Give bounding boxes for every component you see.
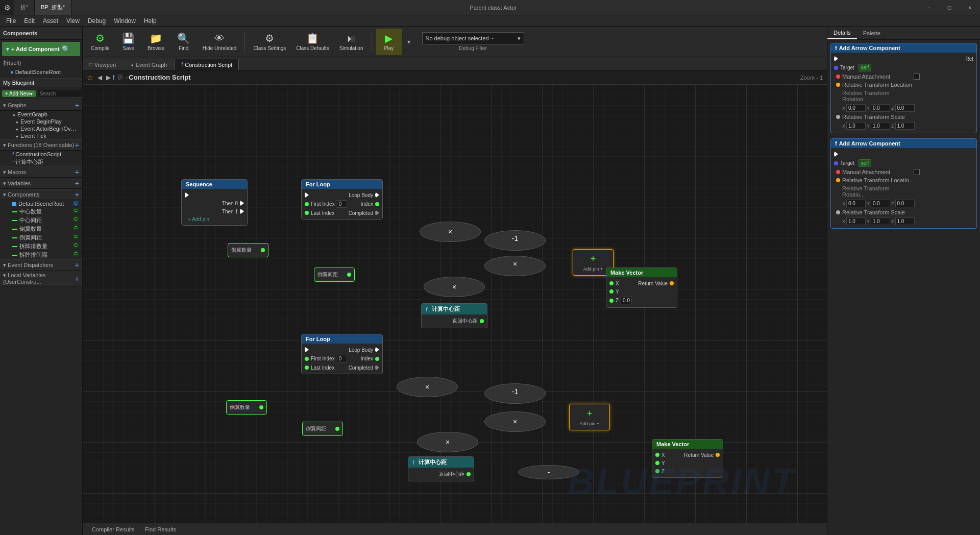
find-button[interactable]: 🔍 Find [171,29,197,55]
add-dispatcher-button[interactable]: + [75,261,79,269]
construction-script-tab[interactable]: f Construction Script [175,59,239,70]
daoshu-shuliang-1-node[interactable]: 倒翼数量 [228,243,268,257]
event-actor-begin-overlap-item[interactable]: ⬥ Event ActorBeginOverlap [0,125,82,132]
tab-fold[interactable]: 折* [14,0,35,15]
class-settings-button[interactable]: ⚙ Class Settings [249,29,290,55]
var-chazhen-shuliang[interactable]: 拆阵排数量 C [0,242,82,251]
simulation-button[interactable]: ⏯ Simulation [335,29,368,55]
play-options-button[interactable]: ▾ [404,38,414,45]
tab-bp-fold[interactable]: BP_折型* [35,0,71,15]
minus-2-node[interactable]: × [484,256,546,276]
add-pin-2-btn[interactable]: + [573,406,606,421]
for-loop-1-node[interactable]: For Loop Loop Body [301,179,383,220]
calc-center-1-node[interactable]: f 计算中心距 返回中心距 [421,303,487,328]
right-add-arrow-2[interactable]: f Add Arrow Component Target self [830,138,977,229]
daojian-1-node[interactable]: 倒翼间距 [314,268,355,282]
minus-bottom-node[interactable]: - [518,465,579,479]
calc-center-item[interactable]: f 计算中心距 [0,158,82,166]
play-button[interactable]: ▶ Play [376,29,402,55]
daoshu-shuliang-2-node[interactable]: 倒翼数量 [226,400,267,415]
save-button[interactable]: 💾 Save [116,29,141,55]
event-graph-item[interactable]: ⬥ EventGraph [0,111,82,118]
manual-attachment-1-checkbox[interactable] [914,74,920,80]
right-arrow-1-rot-z[interactable] [895,104,915,112]
add-pin-2-node[interactable]: + Add pin + [569,404,610,430]
add-component-button[interactable]: ▾ + Add Component 🔍 [2,42,80,56]
forward-button[interactable]: ▶ [104,73,113,82]
add-graph-button[interactable]: + [75,101,79,109]
viewport-tab[interactable]: □ Viewport [83,59,123,70]
menu-edit[interactable]: Edit [20,15,39,26]
sequence-node[interactable]: Sequence Then 0 [181,179,248,226]
right-arrow-2-rot-x[interactable] [846,200,866,207]
right-arrow-2-rot-z[interactable] [895,200,915,207]
make-vector-2-node[interactable]: Make Vector X Return Value [652,439,723,478]
menu-debug[interactable]: Debug [84,15,110,26]
default-scene-root-var[interactable]: DefaultSceneRoot C [0,200,82,207]
minus-4-node[interactable]: × [484,411,546,432]
right-arrow-2-scale-x[interactable] [846,217,866,225]
close-button[interactable]: × [960,0,980,15]
right-arrow-1-scale-y[interactable] [871,122,890,130]
debug-object-dropdown[interactable]: No debug object selected ~ ▾ [422,32,524,44]
daojian-2-node[interactable]: 倒翼间距 [302,422,343,436]
event-dispatchers-header[interactable]: ▾ Event Dispatchers + [0,259,82,271]
var-chazhen-jiange[interactable]: 拆阵排间隔 C [0,251,82,259]
maximize-button[interactable]: □ [939,0,960,15]
right-arrow-2-rot-y[interactable] [871,200,890,207]
multiply-3-node[interactable]: × [397,377,458,397]
event-tick-item[interactable]: ⬥ Event Tick [0,132,82,139]
bookmark-icon[interactable]: ☆ [87,74,93,82]
add-pin-1-btn[interactable]: + [576,252,610,266]
minimize-button[interactable]: − [919,0,939,15]
add-component-var-button[interactable]: + [75,190,79,199]
palette-tab[interactable]: Palette [857,27,887,39]
minus-3-node[interactable]: -1 [484,383,546,404]
menu-help[interactable]: Help [140,15,161,26]
functions-section-header[interactable]: ▾ Functions (18 Overridable) + [0,139,82,151]
hide-unrelated-button[interactable]: 👁 Hide Unrelated [199,29,241,55]
sequence-add-pin[interactable]: + Add pin [185,215,244,223]
calc-center-2-node[interactable]: f 计算中心距 返回中心距 [408,456,474,481]
find-results-tab[interactable]: Find Results [140,526,181,532]
menu-window[interactable]: Window [110,15,140,26]
multiply-1-node[interactable]: × [420,222,481,242]
for-loop-2-node[interactable]: For Loop Loop Body [301,334,383,374]
var-daoshu-jianju[interactable]: 倒翼间距 C [0,233,82,242]
var-zhongxin-jianju[interactable]: 中心间距 C [0,216,82,225]
compiler-results-tab[interactable]: Compiler Results [87,526,140,532]
right-arrow-1-scale-x[interactable] [846,122,866,130]
right-add-arrow-1[interactable]: f Add Arrow Component Ret Target self [830,43,977,133]
variables-section-header[interactable]: ▾ Variables + [0,178,82,189]
macros-section-header[interactable]: ▾ Macros + [0,166,82,178]
details-tab[interactable]: Details [827,27,857,39]
make-vector-1-node[interactable]: Make Vector X Return Value [606,268,677,308]
manual-attachment-2-checkbox[interactable] [914,169,920,175]
event-begin-play-item[interactable]: ⬥ Event BeginPlay [0,118,82,125]
blueprint-canvas[interactable]: Sequence Then 0 [83,85,827,523]
add-macro-button[interactable]: + [75,168,79,176]
right-arrow-1-scale-z[interactable] [895,122,915,130]
default-scene-root-item[interactable]: ●DefaultSceneRoot [0,68,82,76]
add-local-var-button[interactable]: + [75,275,79,283]
browse-button[interactable]: 📁 Browse [143,29,169,55]
var-zhongxin-shuliang[interactable]: 中心数量 C [0,207,82,216]
menu-asset[interactable]: Asset [39,15,62,26]
compile-button[interactable]: ⚙ Compile [87,29,114,55]
menu-view[interactable]: View [62,15,84,26]
add-new-button[interactable]: + Add New▾ [2,90,36,97]
components-var-section-header[interactable]: ▾ Components + [0,189,82,200]
var-daoshu-shuliang[interactable]: 倒翼数量 C [0,225,82,233]
right-arrow-1-rot-x[interactable] [846,104,866,112]
right-arrow-2-scale-y[interactable] [871,217,890,225]
construction-script-item[interactable]: f ConstructionScript [0,151,82,158]
graphs-section-header[interactable]: ▾ Graphs + [0,100,82,111]
menu-file[interactable]: File [2,15,20,26]
multiply-4-node[interactable]: × [417,432,478,452]
back-button[interactable]: ◀ [95,73,104,82]
class-defaults-button[interactable]: 📋 Class Defaults [292,29,333,55]
add-function-button[interactable]: + [75,141,79,149]
multiply-2-node[interactable]: × [424,277,485,297]
local-variables-header[interactable]: ▾ Local Variables (UserConstru... + [0,271,82,286]
right-arrow-1-rot-y[interactable] [871,104,890,112]
